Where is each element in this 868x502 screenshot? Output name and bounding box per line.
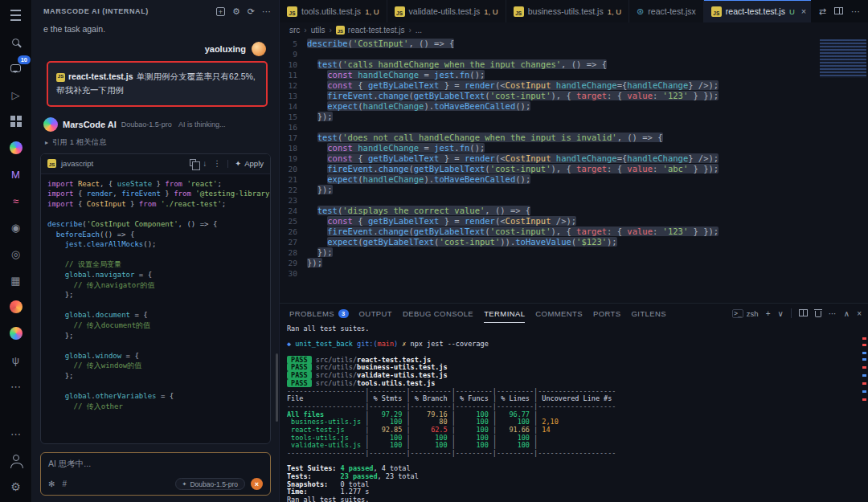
tab-label: validate-utils.test.js (409, 6, 481, 16)
line-number: 21 (280, 174, 307, 185)
message-file-name: react-test.test.js (68, 71, 133, 81)
assistant-model: Doubao-1.5-pro (121, 120, 172, 129)
overview-ruler-mark (862, 398, 866, 401)
history-icon[interactable]: ⟳ (248, 6, 255, 17)
panel-tabs: PROBLEMS3OUTPUTDEBUG CONSOLETERMINALCOMM… (286, 304, 666, 323)
insert-code-icon[interactable]: ↓ (203, 159, 207, 168)
panel-tab-problems[interactable]: PROBLEMS3 (289, 304, 349, 323)
code-block-line: global.navigator = { (47, 270, 264, 280)
breadcrumb-item[interactable]: utils (311, 26, 326, 35)
waves-icon[interactable]: ≈ (7, 192, 25, 210)
new-chat-icon[interactable]: + (216, 6, 225, 17)
breadcrumb-item[interactable]: JSreact-test.test.js (336, 26, 405, 35)
tab-label: react-test.test.js (726, 6, 785, 16)
close-panel-icon[interactable]: × (857, 309, 862, 318)
panel-tab-output[interactable]: OUTPUT (359, 304, 392, 323)
apply-button[interactable]: ✦Apply (235, 159, 264, 168)
command-icon[interactable]: ✻ (48, 480, 55, 488)
editor-row: 18 const handleChange = jest.fn(); (280, 143, 868, 153)
code-block-line (47, 250, 264, 260)
panel-tab-terminal[interactable]: TERMINAL (484, 304, 525, 323)
settings-icon[interactable]: ⚙ (232, 6, 240, 17)
grid-view-icon[interactable]: ▦ (7, 271, 25, 289)
more-actions-icon[interactable]: ⋯ (262, 6, 271, 17)
user-message-bubble[interactable]: JSreact-test.test.js单测用例分支覆盖率只有62.5%, 帮我… (47, 61, 268, 107)
new-terminal-button[interactable]: + (766, 309, 771, 318)
line-number: 30 (280, 268, 307, 279)
overview-ruler-mark (862, 352, 866, 354)
line-number: 14 (280, 101, 307, 112)
js-file-icon: JS (336, 26, 345, 35)
editor-row: 26 fireEvent.change(getByLabelText('cost… (280, 227, 868, 237)
tab-validate-utils.test.js[interactable]: JSvalidate-utils.test.js1, U (387, 0, 506, 22)
panel-tab-comments[interactable]: COMMENTS (535, 304, 583, 323)
more-actions-icon[interactable]: ⋯ (829, 309, 837, 318)
terminal-dropdown-icon[interactable]: ∨ (778, 309, 784, 318)
menu-icon[interactable] (7, 6, 25, 24)
terminal-line: Ran all test suites. (287, 325, 868, 333)
code-line: test('calls handleChange when the input … (307, 59, 607, 70)
code-block-line: // 设置全局变量 (47, 259, 264, 270)
code-block-content[interactable]: import React, { useState } from 'react';… (41, 174, 270, 417)
ai-assistant-icon[interactable]: M (7, 165, 25, 183)
kill-terminal-icon[interactable] (815, 308, 821, 319)
bottom-panel: PROBLEMS3OUTPUTDEBUG CONSOLETERMINALCOMM… (280, 303, 868, 502)
stop-generation-button[interactable]: × (251, 478, 263, 490)
editor-row: 15 }); (280, 112, 868, 122)
more-icon[interactable]: ⋮ (213, 159, 221, 168)
line-number: 5 (280, 39, 307, 49)
split-terminal-icon[interactable] (799, 309, 808, 318)
terminal-shell-selector[interactable]: >_zsh (732, 309, 758, 318)
run-debug-icon[interactable]: ▷ (7, 86, 25, 104)
more-actions-icon[interactable]: ⋯ (851, 6, 860, 17)
code-block-line: global.window = { (47, 351, 264, 361)
model-selector[interactable]: ✦Doubao-1.5-pro (175, 478, 245, 490)
target-icon[interactable]: ◎ (7, 245, 25, 263)
sidebar-scrollbar[interactable] (276, 353, 278, 422)
tab-react-test.test.js[interactable]: JSreact-test.test.jsU× (704, 0, 811, 22)
assistant-header: MarsCode AI Doubao-1.5-pro AI is thinkin… (32, 115, 279, 134)
marscode-logo-icon[interactable] (7, 139, 25, 157)
reference-toggle[interactable]: ▸ 引用 1 相关信息 (32, 134, 279, 152)
tab-business-utils.test.js[interactable]: JSbusiness-utils.test.js1, U (506, 0, 629, 22)
terminal-output[interactable]: Ran all test suites. ◆ unit_test_back gi… (280, 323, 868, 502)
plugin-icon[interactable] (7, 324, 25, 342)
context-hash-icon[interactable]: # (62, 480, 67, 488)
chat-input[interactable]: AI 思考中... ✻# ✦Doubao-1.5-pro × (40, 452, 271, 496)
record-icon[interactable]: ◉ (7, 218, 25, 236)
panel-tab-debug-console[interactable]: DEBUG CONSOLE (403, 304, 473, 323)
tab-label: tools.utils.test.js (301, 6, 361, 16)
code-line: test('displays the correct value', () =>… (307, 206, 530, 216)
extensions-icon[interactable] (7, 112, 25, 130)
maximize-panel-icon[interactable]: ∧ (844, 309, 850, 318)
code-block-line (47, 382, 264, 392)
previous-message-text: e the task again. (32, 22, 279, 37)
package-icon[interactable] (7, 298, 25, 316)
line-number: 13 (280, 91, 307, 101)
code-editor[interactable]: 5describe('CostInput', () => {9 10 test(… (280, 37, 868, 303)
code-line: }); (307, 258, 322, 268)
tab-react-test.jsx[interactable]: ⊛react-test.jsx (629, 0, 704, 22)
line-number: 17 (280, 133, 307, 143)
editor-group: JStools.utils.test.js1, UJSvalidate-util… (280, 0, 868, 502)
code-line: test('does not call handleChange when th… (307, 133, 663, 143)
user-avatar (252, 42, 266, 56)
more-icon[interactable]: ⋯ (7, 378, 25, 395)
more-icon[interactable]: ⋯ (7, 425, 25, 443)
settings-gear-icon[interactable]: ⚙ (7, 478, 25, 496)
search-icon[interactable] (7, 33, 25, 51)
copy-icon[interactable] (190, 159, 196, 168)
breadcrumb-item[interactable]: ... (416, 26, 422, 35)
account-icon[interactable] (7, 451, 25, 469)
chat-icon[interactable]: 10 (7, 59, 25, 77)
overview-ruler-mark (862, 374, 866, 377)
close-tab-icon[interactable]: × (801, 6, 806, 16)
minimap[interactable] (820, 39, 866, 78)
breadcrumb-item[interactable]: src (289, 26, 300, 35)
git-branch-icon[interactable]: ψ (7, 351, 25, 369)
panel-tab-gitlens[interactable]: GITLENS (632, 304, 666, 323)
panel-tab-ports[interactable]: PORTS (593, 304, 621, 323)
split-editor-icon[interactable] (834, 6, 843, 16)
tab-tools.utils.test.js[interactable]: JStools.utils.test.js1, U (280, 0, 387, 22)
toggle-changes-icon[interactable]: ⇄ (819, 6, 826, 17)
